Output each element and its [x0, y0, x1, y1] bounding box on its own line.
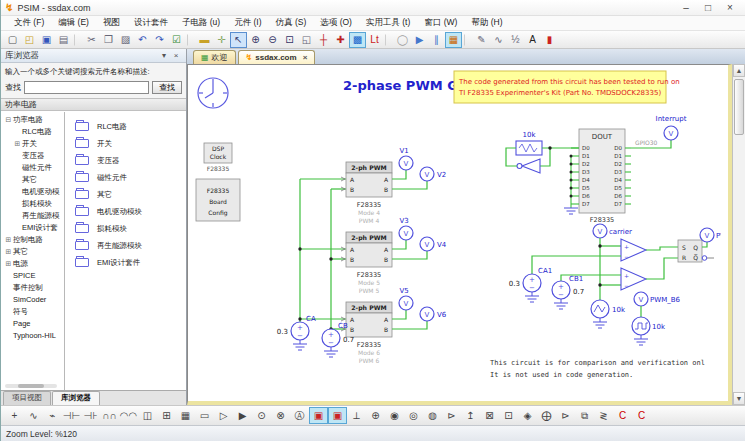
run-simulation-icon[interactable]: ▶ [411, 32, 428, 48]
diode-icon[interactable]: ▷ [214, 407, 233, 424]
tree-item[interactable]: 符号 [1, 306, 64, 318]
tree-item[interactable]: Page [1, 318, 64, 330]
cut-icon[interactable]: ✂ [83, 32, 100, 48]
tree-item[interactable]: 其它 [1, 174, 64, 186]
tree-item[interactable]: Typhoon-HIL [1, 330, 64, 342]
select-tool-icon[interactable]: ↖ [230, 32, 247, 48]
menu-item[interactable]: 仿真 (S) [269, 17, 314, 29]
current-source-icon[interactable]: ◍ [423, 407, 442, 424]
tree-horizontal-scrollbar[interactable] [5, 384, 57, 388]
view-waveform-icon[interactable]: ▦ [445, 32, 462, 48]
stop-simulation-icon[interactable]: ◯ [394, 32, 411, 48]
source-ca1[interactable]: + − CA1 0.3 [509, 267, 552, 302]
print-icon[interactable]: ▤ [55, 32, 72, 48]
menu-item[interactable]: 子电路 (u) [175, 17, 227, 29]
resistor-10k[interactable] [516, 141, 542, 155]
sensor-icon[interactable]: ↥ [461, 407, 480, 424]
inductor-icon[interactable]: ∩∩ [100, 407, 119, 424]
interrupt-probe-circuit[interactable]: GPIO30 V Interrupt [631, 115, 687, 148]
tree-item[interactable]: EMI设计套 [1, 222, 64, 234]
tab-ssdax[interactable]: ↯ ssdax.com × [238, 50, 316, 64]
scrollbar-thumb[interactable] [18, 384, 44, 388]
canvas-vertical-scrollbar[interactable]: ▲ ▼ [732, 64, 745, 405]
scrollbar-thumb[interactable] [734, 79, 744, 135]
voltage-scope-icon[interactable]: ▣ [309, 407, 328, 424]
panel-tab[interactable]: 库浏览器 [52, 391, 100, 405]
validate-icon[interactable]: ☑ [168, 32, 185, 48]
coupled-inductor-icon[interactable]: ◠◠ [119, 407, 138, 424]
menu-item[interactable]: 元件 (I) [227, 17, 268, 29]
toolbar-icon[interactable] [74, 34, 81, 46]
tree-item[interactable]: SimCoder [1, 294, 64, 306]
calculator-icon[interactable]: ½ [507, 32, 524, 48]
fit-page-icon[interactable]: ◱ [298, 32, 315, 48]
library-folder[interactable]: 再生能源模块 [75, 237, 186, 254]
paste-icon[interactable]: ▨ [117, 32, 134, 48]
tree-expand-icon[interactable]: ⊞ [4, 258, 13, 270]
menu-item[interactable]: 选项 (O) [313, 17, 359, 29]
limiter-icon[interactable]: ≷ [594, 407, 613, 424]
zoom-in-icon[interactable]: ⊕ [247, 32, 264, 48]
thyristor-icon[interactable]: ▶ [233, 407, 252, 424]
pwm-block-3[interactable]: 2-ph PWM A B A B F28335 Mode 6 PWM 6 V [341, 287, 447, 364]
tree-expand-icon[interactable]: ⊞ [13, 138, 22, 150]
note-box[interactable]: The code generated from this circuit has… [454, 71, 680, 103]
panel-close-icon[interactable]: × [170, 51, 182, 60]
menu-item[interactable]: 实用工具 (t) [359, 17, 417, 29]
tab-welcome[interactable]: ▦ 欢迎 [193, 50, 236, 64]
tree-item[interactable]: 事件控制 [1, 282, 64, 294]
menu-item[interactable]: 编辑 (E) [51, 17, 96, 29]
toolbar-icon[interactable] [464, 34, 471, 46]
library-folder[interactable]: 电机驱动模块 [75, 203, 186, 220]
scroll-down-icon[interactable]: ▼ [733, 392, 745, 405]
tree-item[interactable]: 再生能源模 [1, 210, 64, 222]
ammeter-icon[interactable]: Ⓐ [290, 407, 309, 424]
tree-item[interactable]: 变压器 [1, 150, 64, 162]
library-folder[interactable]: 变压器 [75, 152, 186, 169]
menu-item[interactable]: 帮助 (H) [464, 17, 509, 29]
not-gate[interactable] [522, 159, 540, 173]
text-tool-icon[interactable]: A [524, 32, 541, 48]
wire-tool-icon[interactable]: ┼ [315, 32, 332, 48]
transformer-icon[interactable]: ◫ [138, 407, 157, 424]
clock-icon[interactable] [198, 78, 228, 108]
tree-item[interactable]: ⊞ 控制电路 [1, 234, 64, 246]
tree-item[interactable]: ⊞ 其它 [1, 246, 64, 258]
close-button[interactable]: × [719, 2, 741, 13]
square-wave-source[interactable] [632, 317, 650, 335]
carrier-source[interactable]: 10k [591, 300, 626, 328]
input-bus-wires[interactable] [300, 179, 346, 329]
voltage-probe-icon[interactable]: ⊙ [252, 407, 271, 424]
dc-source-icon[interactable]: ⊕ [366, 407, 385, 424]
tree-item[interactable]: 磁性元件 [1, 162, 64, 174]
menu-item[interactable]: 设计套件 [127, 17, 175, 29]
pwm-b6-circuit[interactable]: V PWM_B6 10k [632, 292, 680, 345]
source-ca[interactable]: + − CA 0.3 [277, 315, 316, 350]
tab-close-icon[interactable]: × [303, 53, 308, 62]
simplified-c-block-icon[interactable]: C [632, 407, 651, 424]
junction-icon[interactable]: + [5, 407, 24, 424]
tree-item[interactable]: 电机驱动模 [1, 186, 64, 198]
summer-icon[interactable]: ⨁ [537, 407, 556, 424]
tree-item[interactable]: SPICE [1, 270, 64, 282]
toolbar-icon[interactable] [385, 34, 392, 46]
lt-tool-icon[interactable]: Lt [366, 32, 383, 48]
tree-expand-icon[interactable]: ⊞ [4, 246, 13, 258]
panel-tab[interactable]: 项目视图 [3, 391, 51, 405]
menu-item[interactable]: 文件 (F) [7, 17, 51, 29]
maximize-button[interactable]: □ [697, 2, 719, 13]
pwm-block-1[interactable]: 2-ph PWM A B A B F28335 Mode 4 PWM 4 V [341, 147, 446, 224]
electrolytic-capacitor-icon[interactable]: ⊣⊦ [81, 407, 100, 424]
tree-expand-icon[interactable]: ⊞ [4, 234, 13, 246]
tree-item[interactable]: ⊞ 电源 [1, 258, 64, 270]
oscillator-circuit[interactable]: 10k [506, 131, 579, 173]
capacitor-icon[interactable]: ⊣⊢ [62, 407, 81, 424]
menu-item[interactable]: 视图 [96, 17, 127, 29]
curve-capture-icon[interactable]: ∿ [490, 32, 507, 48]
c-block-icon[interactable]: C [613, 407, 632, 424]
ac-source-icon[interactable]: ◉ [385, 407, 404, 424]
current-probe-icon[interactable]: ⊗ [271, 407, 290, 424]
pause-simulation-icon[interactable]: ∥ [428, 32, 445, 48]
library-folder[interactable]: RLC电路 [75, 118, 186, 135]
comparator-icon[interactable]: ⊳ [556, 407, 575, 424]
